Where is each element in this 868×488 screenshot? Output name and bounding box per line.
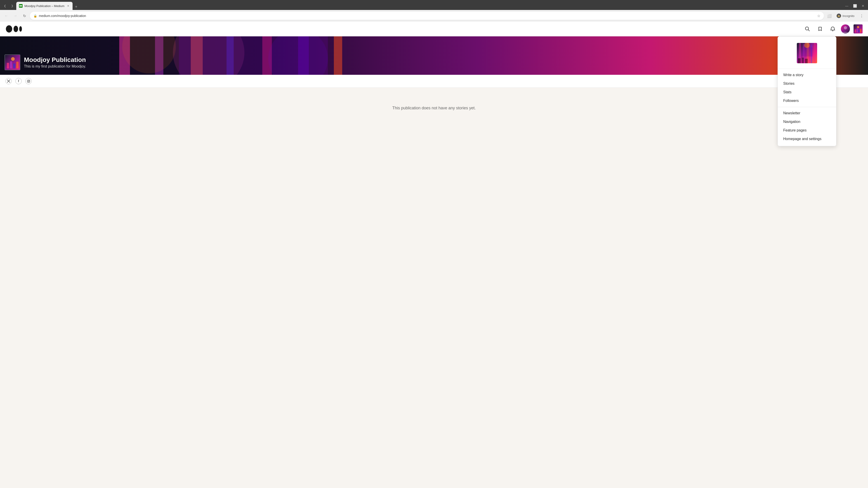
svg-rect-11 — [855, 29, 856, 33]
svg-point-8 — [844, 26, 847, 29]
svg-rect-48 — [805, 59, 808, 63]
tab-back-button[interactable]: ❮ — [2, 3, 8, 9]
url-bar[interactable]: 🔒 medium.com/moodjoy-publication ☆ — [30, 12, 824, 20]
svg-rect-44 — [801, 47, 813, 57]
forward-button[interactable]: → — [12, 12, 19, 20]
svg-rect-31 — [7, 63, 9, 68]
stories-item[interactable]: Stories — [778, 79, 836, 88]
empty-message: This publication does not have any stori… — [5, 106, 863, 110]
svg-point-4 — [19, 26, 22, 32]
svg-rect-22 — [334, 36, 342, 75]
newsletter-item[interactable]: Newsletter — [778, 109, 836, 118]
user-avatar[interactable] — [841, 24, 850, 33]
instagram-link[interactable] — [25, 78, 32, 84]
dropdown-avatar[interactable] — [797, 43, 817, 63]
close-window-button[interactable]: ✕ — [860, 3, 866, 9]
url-text: medium.com/moodjoy-publication — [39, 14, 815, 18]
svg-point-3 — [13, 26, 18, 32]
main-content: This publication does not have any stori… — [0, 88, 868, 129]
lock-icon: 🔒 — [33, 14, 37, 18]
publication-description: This is my first publication for Moodjoy… — [24, 64, 86, 68]
tab-bar: ❮ ❯ Moodjoy Publication – Medium ✕ + — ⬜… — [0, 0, 868, 10]
instagram-icon — [27, 80, 30, 83]
tab-group: Moodjoy Publication – Medium ✕ + — [16, 2, 843, 10]
active-tab[interactable]: Moodjoy Publication – Medium ✕ — [16, 2, 72, 10]
tab-close-button[interactable]: ✕ — [66, 4, 70, 8]
avatar-image — [841, 24, 850, 33]
window-controls: — ⬜ ✕ — [844, 3, 866, 9]
svg-rect-14 — [860, 29, 862, 33]
search-icon — [805, 26, 810, 31]
incognito-button[interactable]: 🕵 Incognito — [834, 13, 857, 19]
svg-line-6 — [808, 30, 809, 31]
bookmarks-button[interactable] — [815, 24, 825, 33]
dropdown-profile-section — [778, 39, 836, 67]
homepage-settings-item[interactable]: Homepage and settings — [778, 135, 836, 143]
publication-name: Moodjoy Publication — [24, 56, 86, 64]
hero-banner: Moodjoy Publication This is my first pub… — [0, 36, 868, 75]
svg-point-30 — [11, 57, 15, 61]
facebook-icon: f — [18, 79, 19, 83]
svg-rect-32 — [10, 61, 12, 68]
publication-avatar[interactable] — [854, 24, 863, 33]
svg-point-2 — [6, 25, 12, 33]
write-story-item[interactable]: Write a story — [778, 71, 836, 79]
dropdown-avatar-image — [797, 43, 817, 63]
back-button[interactable]: ← — [3, 12, 10, 20]
twitter-link[interactable] — [5, 78, 12, 84]
dropdown-divider-2 — [778, 107, 836, 107]
svg-rect-12 — [857, 29, 858, 33]
notifications-button[interactable] — [828, 24, 837, 33]
svg-rect-13 — [858, 30, 860, 33]
search-button[interactable] — [803, 24, 812, 33]
svg-point-10 — [857, 26, 859, 28]
incognito-label: Incognito — [842, 14, 855, 18]
stats-item[interactable]: Stats — [778, 88, 836, 96]
svg-point-0 — [20, 5, 21, 6]
medium-logo[interactable] — [5, 24, 22, 33]
incognito-icon: 🕵 — [837, 13, 841, 18]
new-tab-button[interactable]: + — [73, 4, 79, 10]
feature-pages-item[interactable]: Feature pages — [778, 126, 836, 135]
bookmark-star-icon[interactable]: ☆ — [817, 14, 820, 18]
bookmarks-icon — [817, 26, 823, 31]
medium-header — [0, 22, 868, 36]
svg-rect-34 — [16, 62, 19, 68]
page-wrapper: Moodjoy Publication This is my first pub… — [0, 22, 868, 488]
tab-favicon — [19, 4, 23, 8]
svg-point-36 — [28, 80, 29, 82]
facebook-link[interactable]: f — [16, 78, 22, 84]
address-bar: ← → ↻ 🔒 medium.com/moodjoy-publication ☆… — [0, 10, 868, 22]
svg-rect-26 — [179, 36, 328, 75]
svg-point-1 — [21, 5, 22, 6]
browser-chrome: ❮ ❯ Moodjoy Publication – Medium ✕ + — ⬜… — [0, 0, 868, 22]
hero-content: Moodjoy Publication This is my first pub… — [4, 55, 86, 70]
followers-item[interactable]: Followers — [778, 96, 836, 105]
maximize-button[interactable]: ⬜ — [852, 3, 858, 9]
svg-rect-33 — [13, 64, 16, 68]
bell-icon — [830, 26, 835, 31]
reload-button[interactable]: ↻ — [21, 12, 28, 20]
svg-point-37 — [29, 80, 30, 80]
social-row: f — [0, 75, 868, 88]
minimize-button[interactable]: — — [844, 3, 850, 9]
tab-title: Moodjoy Publication – Medium — [24, 4, 64, 8]
dropdown-divider-1 — [778, 69, 836, 69]
svg-rect-43 — [814, 43, 816, 63]
extensions-button[interactable]: ⬜ — [826, 12, 833, 20]
navigation-item[interactable]: Navigation — [778, 118, 836, 126]
svg-rect-47 — [802, 58, 804, 63]
publication-header-avatar — [4, 55, 20, 70]
toolbar-right: ⬜ 🕵 Incognito ⋮ — [826, 12, 865, 20]
header-actions — [803, 24, 863, 33]
publication-info: Moodjoy Publication This is my first pub… — [24, 56, 86, 68]
twitter-icon — [7, 79, 10, 83]
dropdown-menu: Write a story Stories Stats Followers Ne… — [778, 36, 836, 146]
hero-background — [0, 36, 868, 75]
menu-button[interactable]: ⋮ — [858, 12, 865, 20]
svg-rect-46 — [798, 58, 801, 63]
medium-logo-icon — [5, 24, 22, 33]
tab-forward-button[interactable]: ❯ — [9, 3, 16, 9]
